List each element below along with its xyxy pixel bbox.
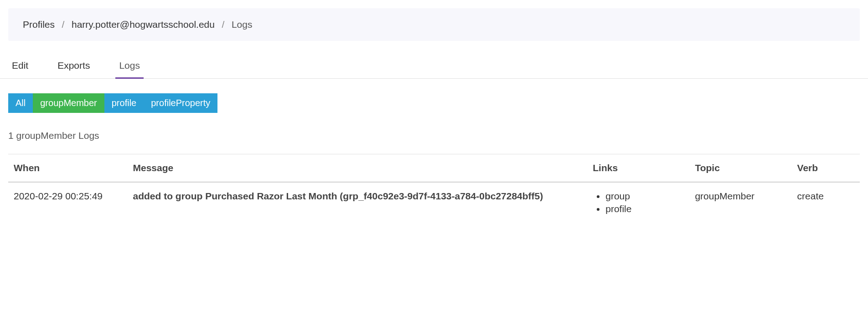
header-verb: Verb [792, 154, 860, 183]
logs-table: When Message Links Topic Verb 2020-02-29… [8, 154, 860, 224]
breadcrumb-item-profiles[interactable]: Profiles [23, 19, 55, 30]
filter-groupmember[interactable]: groupMember [33, 93, 104, 113]
table-header-row: When Message Links Topic Verb [8, 154, 860, 183]
breadcrumb-item-logs: Logs [232, 19, 253, 30]
tab-exports[interactable]: Exports [54, 54, 93, 79]
header-when: When [8, 154, 128, 183]
filter-all[interactable]: All [8, 93, 33, 113]
link-group[interactable]: group [605, 191, 684, 202]
cell-when: 2020-02-29 00:25:49 [8, 182, 128, 224]
tab-edit[interactable]: Edit [8, 54, 32, 79]
links-list: group profile [605, 191, 684, 214]
cell-message: added to group Purchased Razor Last Mont… [128, 182, 588, 224]
breadcrumb-item-email[interactable]: harry.potter@hogwartsschool.edu [72, 19, 215, 30]
breadcrumb: Profiles / harry.potter@hogwartsschool.e… [8, 8, 860, 41]
tabs: Edit Exports Logs [0, 54, 868, 79]
filter-buttons: All groupMember profile profileProperty [8, 93, 860, 113]
link-profile[interactable]: profile [605, 203, 684, 214]
tab-logs[interactable]: Logs [115, 54, 144, 79]
filter-profile[interactable]: profile [104, 93, 144, 113]
cell-topic: groupMember [689, 182, 791, 224]
header-message: Message [128, 154, 588, 183]
header-topic: Topic [689, 154, 791, 183]
breadcrumb-separator: / [62, 19, 65, 30]
table-row: 2020-02-29 00:25:49 added to group Purch… [8, 182, 860, 224]
logs-count: 1 groupMember Logs [8, 130, 860, 141]
cell-links: group profile [587, 182, 689, 224]
breadcrumb-separator: / [222, 19, 225, 30]
filter-profileproperty[interactable]: profileProperty [144, 93, 217, 113]
header-links: Links [587, 154, 689, 183]
cell-verb: create [792, 182, 860, 224]
